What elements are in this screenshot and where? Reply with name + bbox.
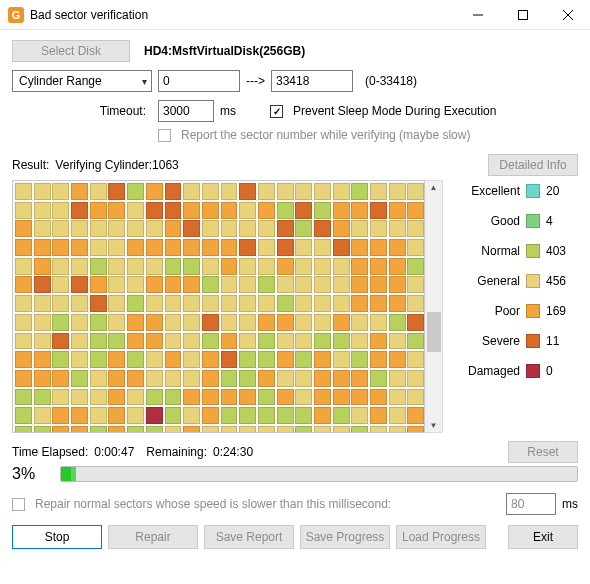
sector-cell: [351, 239, 368, 256]
sector-cell: [202, 333, 219, 350]
sector-cell: [314, 333, 331, 350]
save-progress-button[interactable]: Save Progress: [300, 525, 390, 549]
sector-cell: [202, 276, 219, 293]
sector-cell: [34, 370, 51, 387]
exit-button[interactable]: Exit: [508, 525, 578, 549]
sector-cell: [351, 407, 368, 424]
close-button[interactable]: [545, 0, 590, 30]
svg-rect-1: [518, 10, 527, 19]
repair-checkbox[interactable]: [12, 498, 25, 511]
sector-cell: [277, 202, 294, 219]
sector-cell: [15, 426, 32, 433]
sleep-checkbox[interactable]: [270, 105, 283, 118]
detailed-info-button[interactable]: Detailed Info: [488, 154, 578, 176]
sector-cell: [239, 202, 256, 219]
sector-cell: [389, 389, 406, 406]
sector-cell: [333, 202, 350, 219]
stop-button[interactable]: Stop: [12, 525, 102, 549]
range-mode-combo[interactable]: Cylinder Range ▾: [12, 70, 152, 92]
sector-cell: [351, 276, 368, 293]
range-from-input[interactable]: [158, 70, 240, 92]
sleep-label: Prevent Sleep Mode During Execution: [293, 104, 496, 118]
timeout-input[interactable]: [158, 100, 214, 122]
sector-cell: [90, 407, 107, 424]
sector-cell: [333, 426, 350, 433]
sector-cell: [34, 389, 51, 406]
sector-cell: [108, 239, 125, 256]
sector-cell: [52, 370, 69, 387]
sector-cell: [90, 202, 107, 219]
sector-cell: [295, 351, 312, 368]
range-hint: (0-33418): [365, 74, 417, 88]
repair-ms-input[interactable]: [506, 493, 556, 515]
sector-cell: [221, 220, 238, 237]
sector-cell: [221, 407, 238, 424]
sector-cell: [71, 370, 88, 387]
maximize-button[interactable]: [500, 0, 545, 30]
sector-cell: [221, 258, 238, 275]
sector-cell: [221, 333, 238, 350]
load-progress-button[interactable]: Load Progress: [396, 525, 486, 549]
sector-cell: [407, 407, 424, 424]
sector-cell: [295, 389, 312, 406]
range-to-input[interactable]: [271, 70, 353, 92]
sector-cell: [389, 370, 406, 387]
sector-cell: [183, 351, 200, 368]
sector-cell: [183, 239, 200, 256]
report-checkbox[interactable]: [158, 129, 171, 142]
repair-button[interactable]: Repair: [108, 525, 198, 549]
sector-cell: [52, 407, 69, 424]
sector-grid: [12, 180, 425, 433]
sector-cell: [389, 202, 406, 219]
chevron-down-icon: ▾: [142, 76, 147, 87]
range-mode-label: Cylinder Range: [19, 74, 102, 88]
scroll-down-icon[interactable]: ▼: [430, 421, 438, 430]
save-report-button[interactable]: Save Report: [204, 525, 294, 549]
sector-cell: [71, 295, 88, 312]
sector-cell: [389, 351, 406, 368]
sector-cell: [165, 202, 182, 219]
sector-cell: [127, 351, 144, 368]
sector-cell: [90, 314, 107, 331]
sector-cell: [127, 407, 144, 424]
sector-cell: [239, 407, 256, 424]
sector-cell: [295, 370, 312, 387]
scroll-up-icon[interactable]: ▲: [430, 183, 438, 192]
repair-unit: ms: [562, 497, 578, 511]
legend-label: Damaged: [468, 364, 520, 378]
legend-count: 169: [546, 304, 572, 318]
sector-cell: [295, 202, 312, 219]
legend-count: 0: [546, 364, 572, 378]
sector-cell: [34, 239, 51, 256]
sector-cell: [258, 351, 275, 368]
sector-cell: [127, 389, 144, 406]
sector-cell: [389, 295, 406, 312]
sector-cell: [295, 314, 312, 331]
sector-cell: [127, 239, 144, 256]
select-disk-button[interactable]: Select Disk: [12, 40, 130, 62]
sector-cell: [351, 426, 368, 433]
sector-cell: [370, 276, 387, 293]
sector-cell: [108, 370, 125, 387]
sector-cell: [165, 389, 182, 406]
grid-scrollbar[interactable]: ▲ ▼: [425, 180, 443, 433]
timeout-unit: ms: [220, 104, 236, 118]
sector-cell: [90, 183, 107, 200]
sector-cell: [370, 295, 387, 312]
sector-cell: [146, 351, 163, 368]
sector-cell: [333, 370, 350, 387]
sector-cell: [370, 351, 387, 368]
sector-cell: [165, 407, 182, 424]
sector-cell: [90, 370, 107, 387]
scroll-thumb[interactable]: [427, 312, 441, 352]
minimize-button[interactable]: [455, 0, 500, 30]
sector-cell: [90, 333, 107, 350]
sector-cell: [146, 239, 163, 256]
sector-cell: [314, 389, 331, 406]
legend-swatch: [526, 214, 540, 228]
sector-cell: [295, 426, 312, 433]
legend-row: Good4: [455, 214, 572, 228]
sector-cell: [258, 276, 275, 293]
reset-button[interactable]: Reset: [508, 441, 578, 463]
sector-cell: [314, 314, 331, 331]
